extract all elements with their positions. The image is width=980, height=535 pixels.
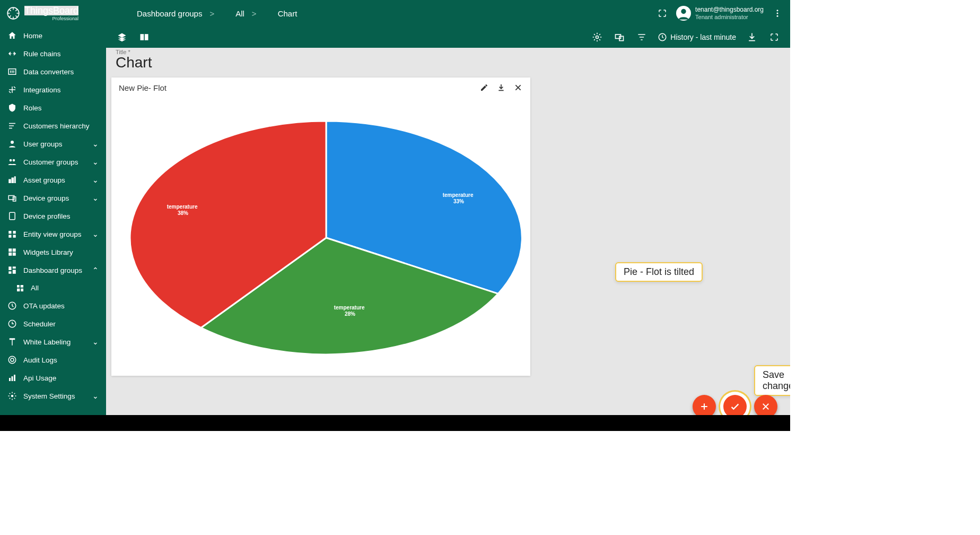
sidebar-item-asset-groups[interactable]: Asset groups⌄ [0, 171, 106, 189]
chevron-down-icon: ⌄ [92, 392, 99, 400]
breadcrumb-dashboard-groups[interactable]: Dashboard groups [123, 9, 202, 18]
gear-icon[interactable] [591, 31, 603, 44]
sidebar-item-all[interactable]: All [0, 279, 106, 297]
breadcrumb-chart[interactable]: Chart [264, 9, 298, 18]
download-widget-icon[interactable] [496, 83, 506, 92]
sidebar-item-roles[interactable]: Roles [0, 99, 106, 117]
sidebar-item-scheduler[interactable]: Scheduler [0, 315, 106, 333]
fullscreen-toggle-icon[interactable] [768, 31, 781, 44]
sidebar-item-integrations[interactable]: Integrations [0, 81, 106, 99]
filter-icon[interactable] [635, 31, 648, 44]
ota-icon [7, 301, 17, 310]
user-email: tenant@thingsboard.org [695, 6, 764, 13]
topbar: ThingsBoard Professional Dashboard group… [0, 0, 790, 27]
brand-logo[interactable]: ThingsBoard Professional [6, 6, 107, 21]
integrations-icon [7, 85, 17, 94]
layers-icon[interactable] [116, 31, 128, 44]
svg-rect-31 [21, 288, 23, 291]
widgets-icon [7, 247, 17, 257]
timewindow-button[interactable]: History - last minute [658, 32, 736, 42]
layouts-icon[interactable] [138, 31, 151, 44]
svg-rect-12 [14, 176, 16, 183]
sidebar-item-customers-hierarchy[interactable]: Customers hierarchy [0, 117, 106, 135]
sidebar-item-rule-chains[interactable]: Rule chains [0, 45, 106, 63]
page-title[interactable]: Chart [116, 54, 781, 71]
svg-rect-17 [13, 231, 16, 234]
edit-widget-icon[interactable] [479, 83, 489, 92]
breadcrumb-label: Chart [278, 9, 298, 18]
sidebar-item-label: Device profiles [23, 212, 99, 220]
more-icon[interactable] [771, 7, 784, 20]
sidebar-item-label: Audit Logs [23, 356, 99, 364]
sidebar-item-white-labeling[interactable]: White Labeling⌄ [0, 333, 106, 351]
profile-icon [7, 211, 17, 221]
audit-icon [7, 355, 17, 365]
sidebar-item-customer-groups[interactable]: Customer groups⌄ [0, 153, 106, 171]
svg-rect-38 [14, 375, 15, 381]
pie-chart-svg: temperature 33% temperature 28% temperat… [119, 108, 522, 363]
sidebar-item-user-groups[interactable]: User groups⌄ [0, 135, 106, 153]
breadcrumb-all[interactable]: All [222, 9, 244, 18]
svg-point-4 [777, 13, 778, 14]
svg-point-35 [11, 358, 14, 361]
hierarchy-icon [7, 121, 17, 131]
sidebar-item-home[interactable]: Home [0, 27, 106, 45]
brand-edition: Professional [24, 16, 78, 21]
main-area: History - last minute Title * Chart New … [106, 27, 790, 431]
sidebar-item-label: Customer groups [23, 158, 86, 166]
brand-name: ThingsBoard [24, 6, 78, 15]
dashboard-content: Title * Chart New Pie- Flot [106, 48, 790, 431]
svg-point-42 [596, 36, 599, 39]
bottom-black-bar [0, 415, 790, 431]
pie-chart-widget[interactable]: New Pie- Flot [111, 77, 530, 376]
sidebar-item-device-profiles[interactable]: Device profiles [0, 207, 106, 225]
fullscreen-icon[interactable] [656, 7, 669, 20]
sidebar-item-api-usage[interactable]: Api Usage [0, 369, 106, 387]
breadcrumb-separator: > [252, 9, 257, 18]
thingsboard-logo-icon [6, 6, 20, 20]
svg-point-7 [11, 141, 14, 144]
svg-rect-20 [8, 248, 12, 252]
svg-rect-16 [8, 231, 11, 234]
svg-point-3 [777, 10, 778, 11]
sidebar-item-label: Device groups [23, 194, 86, 202]
sidebar-item-label: Home [23, 32, 99, 40]
user-menu[interactable]: tenant@thingsboard.org Tenant administra… [676, 6, 764, 21]
export-icon[interactable] [746, 31, 758, 44]
breadcrumb-label: Dashboard groups [137, 9, 202, 18]
dashboard-toolbar: History - last minute [106, 27, 790, 48]
svg-point-2 [681, 9, 686, 14]
sidebar-item-label: Data converters [23, 68, 99, 76]
dashboard-icon [123, 10, 134, 16]
widget-title: New Pie- Flot [119, 83, 167, 92]
assets-icon [7, 175, 17, 185]
clock-icon [658, 32, 667, 42]
sidebar-item-device-groups[interactable]: Device groups⌄ [0, 189, 106, 207]
user-icon [7, 139, 17, 149]
chevron-down-icon: ⌄ [92, 140, 99, 148]
sidebar-item-data-converters[interactable]: Data converters [0, 63, 106, 81]
sidebar-item-entity-view-groups[interactable]: Entity view groups⌄ [0, 225, 106, 243]
sidebar-item-label: Customers hierarchy [23, 122, 99, 130]
svg-rect-26 [13, 270, 16, 274]
svg-rect-22 [8, 253, 12, 256]
user-role: Tenant administrator [695, 14, 764, 21]
sidebar-item-ota-updates[interactable]: OTA updates [0, 297, 106, 315]
sidebar-item-audit-logs[interactable]: Audit Logs [0, 351, 106, 369]
remove-widget-icon[interactable] [513, 83, 523, 92]
sidebar-item-system-settings[interactable]: System Settings⌄ [0, 387, 106, 405]
entity-view-icon [7, 229, 17, 239]
svg-rect-29 [21, 285, 23, 288]
breadcrumb: Dashboard groups > All > Chart [123, 9, 297, 18]
sidebar-item-label: User groups [23, 140, 86, 148]
sidebar-item-dashboard-groups[interactable]: Dashboard groups⌃ [0, 261, 106, 279]
sidebar-item-widgets-library[interactable]: Widgets Library [0, 243, 106, 261]
chevron-down-icon: ⌄ [92, 158, 99, 166]
svg-point-5 [777, 15, 778, 17]
sidebar-item-label: Widgets Library [23, 248, 99, 256]
api-icon [7, 373, 17, 383]
chevron-up-icon: ⌃ [92, 266, 99, 274]
customers-icon [7, 157, 17, 167]
sidebar-item-label: All [31, 284, 99, 292]
entity-aliases-icon[interactable] [613, 31, 626, 44]
